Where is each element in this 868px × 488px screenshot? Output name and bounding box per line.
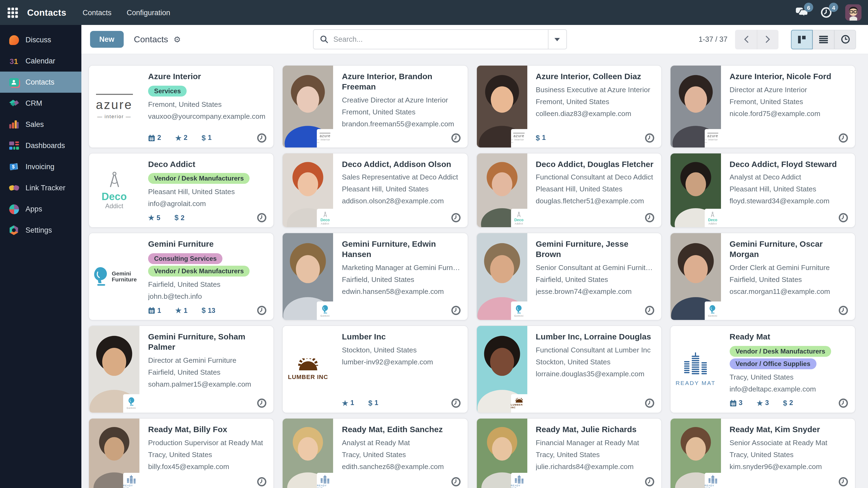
new-button[interactable]: New <box>90 31 124 48</box>
schedule-activity-button[interactable] <box>645 477 655 487</box>
pager-next-button[interactable] <box>757 30 778 49</box>
pager-previous-button[interactable] <box>735 30 757 49</box>
star-badge[interactable]: ★3 <box>756 399 769 407</box>
sidebar-item-discuss[interactable]: Discuss <box>0 29 82 51</box>
contact-detail-line: Pleasant Hill, United States <box>730 185 849 193</box>
schedule-activity-button[interactable] <box>645 305 655 316</box>
messages-icon[interactable]: 6 <box>795 6 808 19</box>
sidebar-item-link-tracker[interactable]: Link Tracker <box>0 177 82 198</box>
star-badge[interactable]: ★1 <box>175 306 187 315</box>
contact-photo-area: READY MAT <box>283 419 333 488</box>
sidebar-item-dashboards[interactable]: Dashboards <box>0 135 82 156</box>
list-view-button[interactable] <box>813 30 834 49</box>
kanban-view-button[interactable] <box>791 30 813 49</box>
search-bar[interactable] <box>313 29 567 50</box>
schedule-activity-button[interactable] <box>451 133 461 143</box>
contact-card[interactable]: azure— interior —Azure Interior, Colleen… <box>476 65 662 148</box>
dollar-badge[interactable]: $1 <box>368 399 378 407</box>
contact-card[interactable]: READY MATReady Mat, Kim SnyderSenior Ass… <box>670 418 856 488</box>
sidebar-item-crm[interactable]: CRM <box>0 93 82 114</box>
breadcrumb[interactable]: Contacts <box>134 34 168 44</box>
star-badge[interactable]: ★5 <box>148 214 160 222</box>
category-tag[interactable]: Vendor / Desk Manufacturers <box>730 346 831 357</box>
contact-card[interactable]: DecoAddictDeco Addict, Douglas FletcherF… <box>476 153 662 228</box>
sidebar-item-invoicing[interactable]: $Invoicing <box>0 156 82 177</box>
dollar-badge[interactable]: $1 <box>536 134 546 142</box>
sidebar-item-settings[interactable]: Settings <box>0 220 82 241</box>
dollar-badge[interactable]: $13 <box>202 306 215 315</box>
schedule-activity-button[interactable] <box>257 477 267 487</box>
contact-card[interactable]: DecoAddictDeco Addict, Addison OlsonSale… <box>282 153 468 228</box>
schedule-activity-button[interactable] <box>451 213 461 223</box>
contact-detail-line: Fremont, United States <box>342 108 461 116</box>
schedule-activity-button[interactable] <box>645 398 655 408</box>
category-tag[interactable]: Consulting Services <box>148 253 223 264</box>
calendar-badge[interactable]: 3 <box>730 399 743 407</box>
dollar-badge[interactable]: $1 <box>202 134 212 142</box>
sidebar-item-label: Calendar <box>26 57 55 65</box>
company-mini-logo: DecoAddict <box>317 209 333 227</box>
schedule-activity-button[interactable] <box>838 213 848 223</box>
contact-card[interactable]: READY MATReady Mat, Julie RichardsFinanc… <box>476 418 662 488</box>
contact-card[interactable]: azure— interior —Azure Interior, Nicole … <box>670 65 856 148</box>
menu-contacts[interactable]: Contacts <box>83 8 112 17</box>
apps-grid-icon[interactable] <box>8 7 18 18</box>
star-badge[interactable]: ★1 <box>342 399 354 407</box>
schedule-activity-button[interactable] <box>257 305 267 316</box>
contact-card[interactable]: GeminiFurnitureGemini FurnitureConsultin… <box>88 233 274 321</box>
activity-view-button[interactable] <box>834 30 856 49</box>
dollar-badge[interactable]: $2 <box>175 214 184 222</box>
sidebar-item-sales[interactable]: Sales <box>0 114 82 135</box>
contact-card[interactable]: GeminiGemini Furniture, Edwin HansenMark… <box>282 233 468 321</box>
contact-card[interactable]: READY MATReady MatVendor / Desk Manufact… <box>670 325 856 413</box>
contact-card[interactable]: DecoAddictDeco AddictVendor / Desk Manuf… <box>88 153 274 228</box>
search-input[interactable] <box>333 35 548 43</box>
contact-card[interactable]: READY MATReady Mat, Billy FoxProduction … <box>88 418 274 488</box>
contact-card[interactable]: LUMBER INCLumber Inc, Lorraine DouglasFu… <box>476 325 662 413</box>
schedule-activity-button[interactable] <box>451 398 461 408</box>
gear-icon[interactable]: ⚙ <box>174 34 181 44</box>
contact-card[interactable]: azure— interior —Azure Interior, Brandon… <box>282 65 468 148</box>
user-avatar[interactable] <box>845 4 862 21</box>
schedule-activity-button[interactable] <box>257 133 267 143</box>
contact-detail-line: colleen.diaz83@example.com <box>536 109 655 118</box>
sidebar-item-contacts[interactable]: Contacts <box>0 72 82 93</box>
category-tag[interactable]: Vendor / Office Supplies <box>730 358 816 369</box>
schedule-activity-button[interactable] <box>838 477 848 487</box>
search-dropdown-toggle[interactable] <box>548 30 566 49</box>
contact-detail-line: lorraine.douglas35@example.com <box>536 370 655 378</box>
card-footer <box>730 300 849 316</box>
category-tag[interactable]: Vendor / Desk Manufacturers <box>148 173 250 184</box>
schedule-activity-button[interactable] <box>838 305 848 316</box>
contact-card[interactable]: GeminiGemini Furniture, Soham PalmerDire… <box>88 325 274 413</box>
schedule-activity-button[interactable] <box>451 305 461 316</box>
activities-icon[interactable]: 4 <box>820 6 833 19</box>
schedule-activity-button[interactable] <box>451 477 461 487</box>
schedule-activity-button[interactable] <box>838 133 848 143</box>
contact-card[interactable]: GeminiGemini Furniture, Jesse BrownSenio… <box>476 233 662 321</box>
schedule-activity-button[interactable] <box>838 398 848 408</box>
contact-detail-line: info@deltapc.example.com <box>730 385 849 393</box>
sidebar-item-apps[interactable]: Apps <box>0 198 82 220</box>
calendar-badge[interactable]: 1 <box>148 306 161 314</box>
calendar-badge[interactable]: 2 <box>148 134 161 141</box>
card-content: Deco Addict, Addison OlsonSales Represen… <box>333 153 468 227</box>
menu-configuration[interactable]: Configuration <box>127 8 170 17</box>
contact-card[interactable]: azure— interior —Azure InteriorServicesF… <box>88 65 274 148</box>
card-content: Deco Addict, Douglas FletcherFunctional … <box>527 153 661 227</box>
contact-card[interactable]: GeminiGemini Furniture, Oscar MorganOrde… <box>670 233 856 321</box>
contact-detail-line: Fremont, United States <box>730 98 849 106</box>
contact-detail-line: Production Supervisor at Ready Mat <box>148 438 267 447</box>
contact-card[interactable]: DecoAddictDeco Addict, Floyd StewardAnal… <box>670 153 856 228</box>
category-tag[interactable]: Vendor / Desk Manufacturers <box>148 266 250 276</box>
schedule-activity-button[interactable] <box>645 133 655 143</box>
schedule-activity-button[interactable] <box>257 398 267 408</box>
contact-card[interactable]: LUMBER INCLumber IncStockton, United Sta… <box>282 325 468 413</box>
category-tag[interactable]: Services <box>148 86 187 97</box>
star-badge[interactable]: ★2 <box>175 134 187 142</box>
sidebar-item-calendar[interactable]: 31Calendar <box>0 51 82 72</box>
schedule-activity-button[interactable] <box>645 213 655 223</box>
schedule-activity-button[interactable] <box>257 213 267 223</box>
dollar-badge[interactable]: $2 <box>783 399 793 407</box>
contact-card[interactable]: READY MATReady Mat, Edith SanchezAnalyst… <box>282 418 468 488</box>
